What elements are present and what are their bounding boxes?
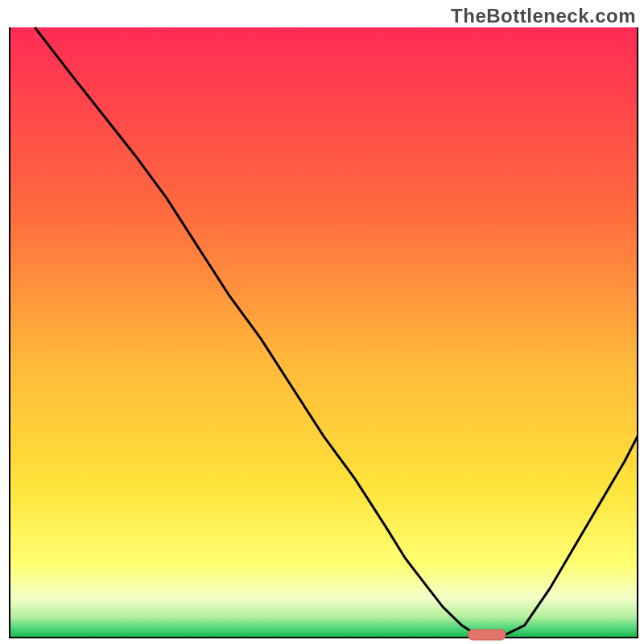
- watermark-text: TheBottleneck.com: [451, 5, 636, 27]
- plot-background: [10, 27, 638, 638]
- optimal-marker: [468, 630, 506, 640]
- bottleneck-chart: [0, 0, 644, 644]
- chart-frame: TheBottleneck.com: [0, 0, 644, 644]
